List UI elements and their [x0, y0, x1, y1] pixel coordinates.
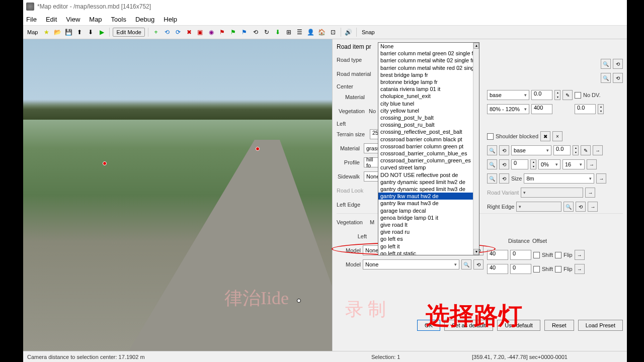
- search-icon[interactable]: 🔍: [564, 202, 574, 212]
- star-icon[interactable]: ★: [42, 28, 51, 37]
- dropdown-item[interactable]: brest bridge lamp fr: [378, 71, 479, 78]
- arrow-icon[interactable]: →: [596, 173, 606, 184]
- dist-input-2[interactable]: 40: [487, 264, 508, 274]
- pen-icon[interactable]: ✎: [562, 90, 573, 100]
- menu-debug[interactable]: Debug: [135, 16, 154, 23]
- open-icon[interactable]: 📂: [53, 28, 62, 37]
- flip-check-2[interactable]: [555, 266, 561, 273]
- spinner[interactable]: [598, 104, 604, 114]
- node-marker[interactable]: [297, 299, 301, 303]
- dropdown-item[interactable]: crossroad_barrier_column_blue_es: [378, 150, 479, 157]
- tool-g-icon[interactable]: ☰: [295, 28, 304, 37]
- dropdown-item[interactable]: crossing_reflective_post_est_balt: [378, 128, 479, 135]
- base-combo-2[interactable]: base: [511, 145, 551, 155]
- dropdown-item[interactable]: crossroad barrier column green pt: [378, 143, 479, 150]
- arrow-icon[interactable]: →: [588, 202, 598, 212]
- tool-j-icon[interactable]: ⊡: [329, 28, 338, 37]
- pen-icon[interactable]: ✎: [581, 145, 591, 155]
- dropdown-item[interactable]: brotonne bridge lamp fr: [378, 78, 479, 85]
- shift-check-2[interactable]: [533, 266, 540, 273]
- import-icon[interactable]: ⬇: [86, 28, 95, 37]
- menu-view[interactable]: View: [66, 16, 80, 23]
- model-dropdown[interactable]: ▴ ▾ Nonebarrier column metal green 02 si…: [378, 42, 479, 255]
- edit-mode-button[interactable]: Edit Mode: [113, 28, 145, 37]
- arrow-icon[interactable]: →: [575, 264, 585, 274]
- arrow-icon[interactable]: →: [593, 145, 603, 155]
- dropdown-item[interactable]: crossroad barrier column black pt: [378, 136, 479, 143]
- tool-h-icon[interactable]: 👤: [306, 28, 315, 37]
- dropdown-item[interactable]: go left pt static: [378, 250, 479, 255]
- num-input-1[interactable]: 0.0: [531, 90, 552, 100]
- menu-tools[interactable]: Tools: [111, 16, 126, 23]
- reset-icon[interactable]: ⟲: [473, 259, 484, 269]
- load-preset-button[interactable]: Load Preset: [578, 320, 623, 331]
- num-input-3[interactable]: 0.0: [575, 104, 596, 114]
- model-combo-2[interactable]: None: [363, 259, 459, 269]
- size-combo[interactable]: 8m: [524, 173, 594, 184]
- tool-a-icon[interactable]: ▣: [196, 28, 205, 37]
- dropdown-item[interactable]: city yellow tunel: [378, 107, 479, 114]
- back-icon[interactable]: ⟲: [163, 28, 172, 37]
- tool-e-icon[interactable]: ⬇: [273, 28, 282, 37]
- node-marker[interactable]: [103, 161, 107, 165]
- menu-file[interactable]: File: [26, 16, 37, 23]
- dropdown-item[interactable]: genoa bridge lamp 01 it: [378, 214, 479, 221]
- play-icon[interactable]: ▶: [97, 28, 106, 37]
- reset-icon[interactable]: ⟲: [576, 202, 586, 212]
- sixteen-combo[interactable]: 16: [562, 159, 585, 169]
- num-r1[interactable]: 0.0: [553, 145, 571, 155]
- node-marker[interactable]: [256, 147, 260, 151]
- search-icon[interactable]: 🔍: [487, 159, 497, 169]
- dropdown-item[interactable]: crossing_post_ru_balt: [378, 121, 479, 128]
- flag-blue-icon[interactable]: ⚑: [240, 28, 249, 37]
- pct0-combo[interactable]: 0%: [538, 159, 560, 169]
- flag-green-icon[interactable]: ⚑: [229, 28, 238, 37]
- dropdown-item[interactable]: curved street lamp: [378, 164, 479, 171]
- flip-check-1[interactable]: [555, 252, 561, 258]
- fwd-icon[interactable]: ⟳: [174, 28, 183, 37]
- scroll-down-icon[interactable]: ▾: [473, 249, 479, 255]
- search-icon[interactable]: 🔍: [461, 259, 471, 269]
- dist-input-1[interactable]: 40: [487, 250, 508, 260]
- search-icon[interactable]: 🔍: [601, 73, 611, 83]
- dropdown-item[interactable]: None: [378, 43, 479, 50]
- num-r2[interactable]: 0: [511, 159, 528, 169]
- off-input-1[interactable]: 0: [510, 250, 531, 260]
- no-dv-check[interactable]: [575, 92, 581, 99]
- tool-i-icon[interactable]: 🏠: [317, 28, 327, 37]
- export-icon[interactable]: ⬆: [75, 28, 84, 37]
- tool-d-icon[interactable]: ↻: [262, 28, 271, 37]
- shoulder-check[interactable]: [487, 133, 494, 140]
- search-icon[interactable]: 🔍: [601, 59, 611, 69]
- menu-edit[interactable]: Edit: [46, 16, 57, 23]
- reset-button[interactable]: Reset: [544, 320, 574, 331]
- dropdown-item[interactable]: gantry dynamic speed limit hw2 de: [378, 178, 479, 186]
- dropdown-item[interactable]: give road lt: [378, 221, 479, 228]
- reset-icon[interactable]: ⟲: [499, 145, 509, 155]
- dropdown-item[interactable]: gantry lkw maut hw2 de: [378, 193, 479, 200]
- pct-combo[interactable]: 80% - 120%: [487, 104, 529, 114]
- reset-icon[interactable]: ⟲: [613, 73, 623, 83]
- dropdown-item[interactable]: go left it: [378, 243, 479, 250]
- add-icon[interactable]: +: [151, 28, 160, 37]
- flag-red-icon[interactable]: ⚑: [218, 28, 227, 37]
- spinner[interactable]: [554, 90, 560, 100]
- tool-icon[interactable]: ✖: [540, 131, 550, 141]
- menu-map[interactable]: Map: [89, 16, 102, 23]
- dropdown-item[interactable]: go left es: [378, 235, 479, 242]
- dropdown-item[interactable]: barrier column metal white red 02 sing: [378, 64, 479, 71]
- tool-c-icon[interactable]: ⟲: [251, 28, 260, 37]
- num-input-2[interactable]: 400: [531, 104, 552, 114]
- snap-label[interactable]: Snap: [360, 29, 377, 35]
- dropdown-item[interactable]: city blue tunel: [378, 100, 479, 107]
- search-icon[interactable]: 🔍: [487, 173, 497, 184]
- dropdown-item[interactable]: DO NOT USE reflective post de: [378, 171, 479, 178]
- scroll-up-icon[interactable]: ▴: [473, 43, 479, 49]
- arrow-icon[interactable]: →: [587, 159, 597, 169]
- tool-f-icon[interactable]: ⊞: [284, 28, 293, 37]
- delete-icon[interactable]: ✖: [185, 28, 194, 37]
- clear-icon[interactable]: ×: [552, 131, 562, 141]
- spinner[interactable]: [573, 145, 579, 155]
- arrow-icon[interactable]: →: [575, 250, 585, 260]
- dropdown-item[interactable]: crossing_post_lv_balt: [378, 114, 479, 121]
